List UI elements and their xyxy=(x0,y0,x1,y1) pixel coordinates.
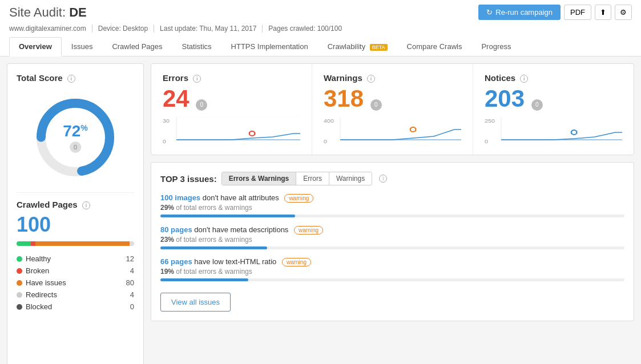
issues-info-icon[interactable]: i xyxy=(379,175,387,183)
warnings-value-row: 318 0 xyxy=(324,85,461,112)
svg-text:0: 0 xyxy=(163,139,167,144)
issues-title: TOP 3 issues: xyxy=(160,174,217,184)
errors-badge: 0 xyxy=(196,99,207,111)
warnings-info-icon[interactable]: i xyxy=(367,75,375,83)
issue-2-bar xyxy=(160,246,267,249)
svg-point-12 xyxy=(410,127,416,132)
tab-warnings-only[interactable]: Warnings xyxy=(329,172,372,185)
warnings-value: 318 xyxy=(324,85,364,112)
crawled-pages-info-icon[interactable]: i xyxy=(82,201,90,209)
notices-chart: 250 0 xyxy=(485,117,622,145)
issue-3-bar xyxy=(160,278,248,281)
donut-chart: 72% 0 xyxy=(30,92,121,183)
errors-info-icon[interactable]: i xyxy=(193,75,201,83)
tab-https[interactable]: HTTPS Implementation xyxy=(221,37,318,56)
tab-crawled-pages[interactable]: Crawled Pages xyxy=(102,37,172,56)
issue-1-link[interactable]: 100 images xyxy=(160,193,200,202)
warnings-label: Warnings i xyxy=(324,73,461,83)
gear-icon: ⚙ xyxy=(620,8,627,17)
tab-crawlability[interactable]: Crawlability BETA xyxy=(318,37,397,56)
issue-2-sub: 23% of total errors & warnings xyxy=(160,236,624,244)
blocked-dot xyxy=(17,304,22,310)
left-panel: Total Score i 72% 0 Crawled Pages i 100 xyxy=(7,63,144,364)
share-button[interactable]: ⬆ xyxy=(595,5,611,20)
legend-healthy: Healthy 12 xyxy=(17,253,134,265)
svg-point-17 xyxy=(571,130,577,135)
legend-have-issues: Have issues 80 xyxy=(17,277,134,289)
notices-value: 203 xyxy=(485,85,525,112)
rerun-button[interactable]: ↻ Re-run campaign xyxy=(478,5,561,20)
broken-dot xyxy=(17,268,22,274)
issue-1-badge: warning xyxy=(284,194,313,203)
healthy-dot xyxy=(17,256,22,262)
issues-dot xyxy=(17,280,22,286)
notices-info-icon[interactable]: i xyxy=(520,75,528,83)
notices-badge: 0 xyxy=(531,99,543,111)
tab-compare-crawls[interactable]: Compare Crawls xyxy=(397,37,472,56)
device-info: Device: Desktop xyxy=(92,25,154,33)
tab-statistics[interactable]: Statistics xyxy=(172,37,221,56)
issue-3-bar-container xyxy=(160,278,624,281)
blocked-count: 0 xyxy=(130,302,134,311)
view-all-issues-button[interactable]: View all issues xyxy=(160,293,231,312)
metrics-row: Errors i 24 0 30 0 xyxy=(151,63,634,155)
legend-broken: Broken 4 xyxy=(17,265,134,277)
total-score-info-icon[interactable]: i xyxy=(67,75,75,83)
progress-broken xyxy=(31,241,35,246)
tab-progress[interactable]: Progress xyxy=(471,37,521,56)
progress-healthy xyxy=(17,241,31,246)
issue-row-1: 100 images don't have alt attributes war… xyxy=(160,193,624,217)
issue-2-title: 80 pages don't have meta descriptions wa… xyxy=(160,225,624,234)
issues-count: 80 xyxy=(126,278,134,287)
right-panel: Errors i 24 0 30 0 xyxy=(151,63,634,364)
nav-tabs: Overview Issues Crawled Pages Statistics… xyxy=(9,37,632,56)
issue-1-title: 100 images don't have alt attributes war… xyxy=(160,193,624,202)
score-percent: 72% xyxy=(63,122,88,140)
issues-tab-group: Errors & Warnings Errors Warnings xyxy=(221,172,373,185)
warnings-chart: 400 0 xyxy=(324,117,461,145)
header-top: Site Audit: DE ↻ Re-run campaign PDF ⬆ ⚙ xyxy=(9,5,632,22)
meta-bar: www.digitalexaminer.com Device: Desktop … xyxy=(9,22,632,37)
header: Site Audit: DE ↻ Re-run campaign PDF ⬆ ⚙… xyxy=(0,0,641,56)
issue-3-sub: 19% of total errors & warnings xyxy=(160,268,624,276)
warnings-chart-svg: 400 0 xyxy=(324,117,461,145)
notices-value-row: 203 0 xyxy=(485,85,622,112)
issue-2-link[interactable]: 80 pages xyxy=(160,225,192,234)
main-content: Total Score i 72% 0 Crawled Pages i 100 xyxy=(0,56,641,364)
pdf-button[interactable]: PDF xyxy=(564,5,591,20)
svg-point-7 xyxy=(249,131,255,136)
header-actions: ↻ Re-run campaign PDF ⬆ ⚙ xyxy=(478,5,632,20)
issue-3-link[interactable]: 66 pages xyxy=(160,257,192,266)
crawled-pages-title: Crawled Pages i xyxy=(17,200,134,209)
tab-overview[interactable]: Overview xyxy=(9,37,62,56)
issue-row-2: 80 pages don't have meta descriptions wa… xyxy=(160,225,624,249)
broken-count: 4 xyxy=(130,266,134,275)
errors-chart-svg: 30 0 xyxy=(163,117,300,145)
tab-errors-warnings[interactable]: Errors & Warnings xyxy=(222,172,297,185)
issue-1-bar-container xyxy=(160,215,624,217)
notices-label: Notices i xyxy=(485,73,622,83)
healthy-count: 12 xyxy=(126,254,134,263)
settings-button[interactable]: ⚙ xyxy=(615,5,632,20)
issues-panel: TOP 3 issues: Errors & Warnings Errors W… xyxy=(151,162,634,321)
tab-errors-only[interactable]: Errors xyxy=(296,172,329,185)
share-icon: ⬆ xyxy=(600,8,606,17)
warnings-badge: 0 xyxy=(370,99,382,111)
total-score-title: Total Score i xyxy=(17,73,134,83)
tab-issues[interactable]: Issues xyxy=(62,37,103,56)
svg-text:30: 30 xyxy=(163,118,170,124)
svg-text:0: 0 xyxy=(324,139,328,144)
score-badge: 0 xyxy=(70,141,81,153)
issue-2-badge: warning xyxy=(294,226,323,234)
notices-card: Notices i 203 0 250 0 xyxy=(473,64,634,155)
site-url: www.digitalexaminer.com xyxy=(9,25,92,33)
svg-text:250: 250 xyxy=(485,118,495,124)
errors-value: 24 xyxy=(163,85,190,112)
errors-label: Errors i xyxy=(163,73,300,83)
svg-text:400: 400 xyxy=(324,118,334,124)
issue-1-sub: 29% of total errors & warnings xyxy=(160,204,624,212)
issue-2-bar-container xyxy=(160,246,624,249)
page-title: Site Audit: DE xyxy=(9,5,87,20)
divider xyxy=(17,192,134,193)
issues-header: TOP 3 issues: Errors & Warnings Errors W… xyxy=(160,172,624,185)
